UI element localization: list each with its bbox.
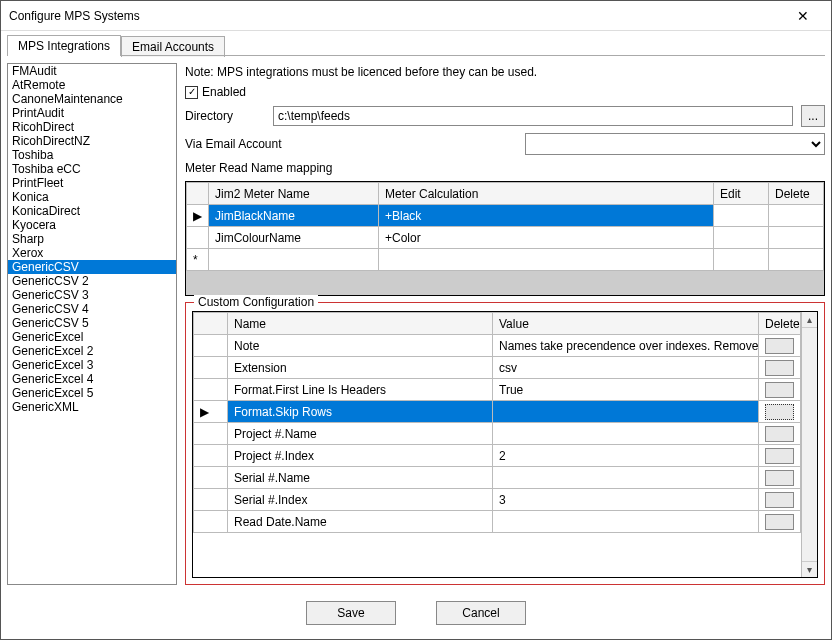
list-item[interactable]: Sharp <box>8 232 176 246</box>
table-row[interactable]: ▶Format.Skip Rows <box>194 401 801 423</box>
table-row[interactable]: Extensioncsv <box>194 357 801 379</box>
right-pane: Note: MPS integrations must be licenced … <box>185 63 825 585</box>
meter-table[interactable]: Jim2 Meter Name Meter Calculation Edit D… <box>186 182 824 271</box>
meter-header-delete[interactable]: Delete <box>769 183 824 205</box>
table-row[interactable]: * <box>187 249 824 271</box>
meter-header-jim2[interactable]: Jim2 Meter Name <box>209 183 379 205</box>
table-row[interactable]: Format.First Line Is HeadersTrue <box>194 379 801 401</box>
browse-button[interactable]: ... <box>801 105 825 127</box>
cell-edit-button[interactable] <box>714 249 769 271</box>
cell-calc[interactable]: +Color <box>379 227 714 249</box>
list-item[interactable]: PrintAudit <box>8 106 176 120</box>
list-item[interactable]: FMAudit <box>8 64 176 78</box>
cell-value[interactable]: 3 <box>493 489 759 511</box>
list-item[interactable]: PrintFleet <box>8 176 176 190</box>
system-list[interactable]: FMAuditAtRemoteCanoneMaintenancePrintAud… <box>7 63 177 585</box>
list-item[interactable]: GenericExcel 2 <box>8 344 176 358</box>
cell-name[interactable]: Format.Skip Rows <box>228 401 493 423</box>
cell-value[interactable]: csv <box>493 357 759 379</box>
cell-delete-button[interactable] <box>769 249 824 271</box>
cell-delete-button[interactable] <box>759 467 801 489</box>
cell-name[interactable]: Serial #.Index <box>228 489 493 511</box>
list-item[interactable]: GenericCSV 4 <box>8 302 176 316</box>
close-icon[interactable]: ✕ <box>783 2 823 30</box>
table-row[interactable]: ▶JimBlackName+Black <box>187 205 824 227</box>
cell-name[interactable]: Read Date.Name <box>228 511 493 533</box>
table-row[interactable]: Project #.Name <box>194 423 801 445</box>
meter-header-edit[interactable]: Edit <box>714 183 769 205</box>
cell-delete-button[interactable] <box>769 205 824 227</box>
cancel-button[interactable]: Cancel <box>436 601 526 625</box>
cc-header-value[interactable]: Value <box>493 313 759 335</box>
cell-name[interactable]: Note <box>228 335 493 357</box>
cell-calc[interactable]: +Black <box>379 205 714 227</box>
table-row[interactable]: Read Date.Name <box>194 511 801 533</box>
cc-scrollbar[interactable]: ▴ ▾ <box>801 312 817 577</box>
cell-delete-button[interactable] <box>759 335 801 357</box>
table-row[interactable]: JimColourName+Color <box>187 227 824 249</box>
scroll-down-icon[interactable]: ▾ <box>802 561 817 577</box>
cell-delete-button[interactable] <box>769 227 824 249</box>
cell-edit-button[interactable] <box>714 205 769 227</box>
cell-edit-button[interactable] <box>714 227 769 249</box>
list-item[interactable]: GenericXML <box>8 400 176 414</box>
list-item[interactable]: Konica <box>8 190 176 204</box>
cell-calc[interactable] <box>379 249 714 271</box>
list-item[interactable]: Xerox <box>8 246 176 260</box>
list-item[interactable]: Toshiba eCC <box>8 162 176 176</box>
save-button[interactable]: Save <box>306 601 396 625</box>
cell-value[interactable]: 2 <box>493 445 759 467</box>
list-item[interactable]: GenericCSV 5 <box>8 316 176 330</box>
meter-header-calc[interactable]: Meter Calculation <box>379 183 714 205</box>
cell-value[interactable] <box>493 423 759 445</box>
list-item[interactable]: AtRemote <box>8 78 176 92</box>
enabled-checkbox[interactable]: ✓ <box>185 86 198 99</box>
table-row[interactable]: Serial #.Index3 <box>194 489 801 511</box>
list-item[interactable]: RicohDirect <box>8 120 176 134</box>
cell-value[interactable]: True <box>493 379 759 401</box>
list-item[interactable]: GenericCSV <box>8 260 176 274</box>
list-item[interactable]: Toshiba <box>8 148 176 162</box>
list-item[interactable]: GenericExcel 4 <box>8 372 176 386</box>
cell-delete-button[interactable] <box>759 423 801 445</box>
cell-delete-button[interactable] <box>759 401 801 423</box>
list-item[interactable]: GenericExcel 3 <box>8 358 176 372</box>
tab-mps-integrations[interactable]: MPS Integrations <box>7 35 121 56</box>
cell-delete-button[interactable] <box>759 489 801 511</box>
cell-name[interactable]: Project #.Name <box>228 423 493 445</box>
list-item[interactable]: GenericExcel <box>8 330 176 344</box>
directory-input[interactable] <box>273 106 793 126</box>
list-item[interactable]: GenericCSV 3 <box>8 288 176 302</box>
list-item[interactable]: GenericCSV 2 <box>8 274 176 288</box>
list-item[interactable]: Kyocera <box>8 218 176 232</box>
table-row[interactable]: Project #.Index2 <box>194 445 801 467</box>
cell-delete-button[interactable] <box>759 511 801 533</box>
cell-delete-button[interactable] <box>759 379 801 401</box>
list-item[interactable]: KonicaDirect <box>8 204 176 218</box>
tab-underline <box>7 55 825 56</box>
table-row[interactable]: NoteNames take precendence over indexes.… <box>194 335 801 357</box>
cell-name[interactable]: Format.First Line Is Headers <box>228 379 493 401</box>
cell-jim2[interactable]: JimColourName <box>209 227 379 249</box>
table-row[interactable]: Serial #.Name <box>194 467 801 489</box>
scroll-up-icon[interactable]: ▴ <box>802 312 817 328</box>
cell-jim2[interactable]: JimBlackName <box>209 205 379 227</box>
custom-config-table[interactable]: Name Value Delete NoteNames take precend… <box>193 312 801 533</box>
cell-delete-button[interactable] <box>759 445 801 467</box>
list-item[interactable]: GenericExcel 5 <box>8 386 176 400</box>
cc-header-name[interactable]: Name <box>228 313 493 335</box>
cell-value[interactable] <box>493 511 759 533</box>
cell-value[interactable]: Names take precendence over indexes. Rem… <box>493 335 759 357</box>
cell-name[interactable]: Extension <box>228 357 493 379</box>
cell-name[interactable]: Project #.Index <box>228 445 493 467</box>
cell-jim2[interactable] <box>209 249 379 271</box>
tab-email-accounts[interactable]: Email Accounts <box>121 36 225 57</box>
cell-value[interactable] <box>493 401 759 423</box>
list-item[interactable]: RicohDirectNZ <box>8 134 176 148</box>
cell-delete-button[interactable] <box>759 357 801 379</box>
list-item[interactable]: CanoneMaintenance <box>8 92 176 106</box>
cell-name[interactable]: Serial #.Name <box>228 467 493 489</box>
cell-value[interactable] <box>493 467 759 489</box>
cc-header-delete[interactable]: Delete <box>759 313 801 335</box>
via-email-combo[interactable] <box>525 133 825 155</box>
